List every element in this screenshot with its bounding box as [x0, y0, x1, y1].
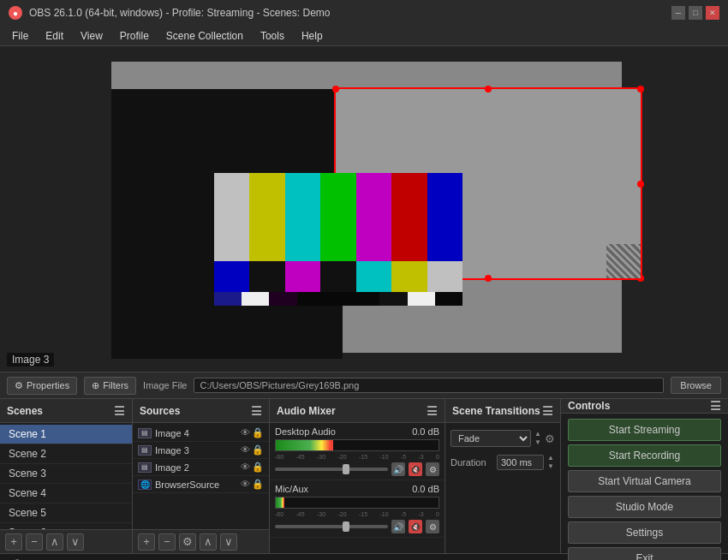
desktop-audio-db: 0.0 dB	[412, 426, 439, 437]
window-title: OBS 26.1.0 (64-bit, windows) - Profile: …	[29, 7, 330, 19]
maximize-button[interactable]: □	[689, 6, 702, 20]
transition-type-row: Fade Cut Swipe Slide Stinger Luma Wipe ▲…	[451, 430, 555, 447]
source-eye-image2[interactable]: 👁	[241, 462, 250, 473]
resize-handle-mr[interactable]	[637, 181, 644, 188]
bar-green	[320, 173, 355, 261]
source-eye-image4[interactable]: 👁	[241, 427, 250, 438]
sources-panel-footer: + − ⚙ ∧ ∨	[133, 529, 269, 553]
source-settings-button[interactable]: ⚙	[179, 533, 196, 551]
source-eye-image3[interactable]: 👁	[241, 444, 250, 456]
start-recording-button[interactable]: Start Recording	[568, 444, 721, 467]
window-controls[interactable]: ─ □ ✕	[671, 6, 719, 20]
source-item-image2[interactable]: ▤ Image 2 👁 🔒	[133, 459, 269, 476]
source-name-image3: Image 3	[155, 445, 237, 456]
scenes-title: Scenes	[7, 405, 43, 417]
desktop-audio-settings[interactable]: ⚙	[426, 462, 439, 476]
mic-mute-red[interactable]: 🔇	[409, 520, 422, 533]
transition-down-arrow[interactable]: ▼	[534, 438, 541, 447]
color-bars-bottom	[214, 261, 462, 292]
source-lock-image4[interactable]: 🔒	[252, 427, 264, 438]
scene-item-5[interactable]: Scene 5	[0, 503, 132, 523]
scene-item-1[interactable]: Scene 1	[0, 425, 132, 444]
bar-bot-1	[214, 261, 249, 292]
source-eye-browser[interactable]: 👁	[241, 479, 250, 490]
menu-scene-collection[interactable]: Scene Collection	[158, 28, 252, 44]
scene-up-button[interactable]: ∧	[46, 533, 63, 551]
bottom-panels: Scenes ☰ Scene 1 Scene 2 Scene 3 Scene 4…	[0, 399, 728, 553]
sources-menu-icon[interactable]: ☰	[251, 404, 262, 418]
source-item-image4[interactable]: ▤ Image 4 👁 🔒	[133, 425, 269, 442]
desktop-mute-button[interactable]: 🔊	[391, 462, 405, 476]
controls-menu-icon[interactable]: ☰	[710, 399, 721, 413]
source-down-button[interactable]: ∨	[220, 533, 237, 551]
filters-button[interactable]: ⊕ Filters	[84, 377, 136, 395]
bar-bot-5	[356, 261, 391, 292]
duration-down-arrow[interactable]: ▼	[547, 462, 554, 471]
desktop-mute-red[interactable]: 🔇	[409, 462, 422, 476]
add-scene-button[interactable]: +	[5, 533, 22, 551]
transition-up-arrow[interactable]: ▲	[534, 430, 541, 438]
desktop-fader-thumb[interactable]	[343, 464, 349, 474]
transition-arrows: ▲ ▼	[534, 430, 541, 446]
resize-handle-br[interactable]	[637, 275, 644, 282]
menu-profile[interactable]: Profile	[111, 28, 158, 44]
transition-type-select[interactable]: Fade Cut Swipe Slide Stinger Luma Wipe	[451, 430, 531, 447]
resize-handle-tr[interactable]	[637, 86, 644, 92]
source-item-image3[interactable]: ▤ Image 3 👁 🔒	[133, 442, 269, 459]
menu-help[interactable]: Help	[293, 28, 331, 44]
menu-edit[interactable]: Edit	[37, 28, 72, 44]
close-button[interactable]: ✕	[706, 6, 719, 20]
app-icon: ●	[9, 6, 22, 20]
scenes-menu-icon[interactable]: ☰	[114, 404, 125, 418]
minimize-button[interactable]: ─	[671, 6, 685, 20]
source-icon-image2: ▤	[138, 462, 152, 473]
start-streaming-button[interactable]: Start Streaming	[568, 419, 721, 441]
scene-item-6[interactable]: Scene 6	[0, 523, 132, 529]
bar-extra-7	[435, 292, 462, 306]
duration-input[interactable]	[497, 455, 544, 470]
source-lock-image3[interactable]: 🔒	[252, 444, 264, 456]
desktop-audio-fader[interactable]	[275, 468, 388, 471]
source-controls-image2: 👁 🔒	[241, 462, 264, 473]
resize-handle-tl[interactable]	[332, 86, 339, 92]
menu-view[interactable]: View	[72, 28, 111, 44]
mic-fader-thumb[interactable]	[343, 521, 349, 532]
source-lock-image2[interactable]: 🔒	[252, 462, 264, 473]
source-name-image2: Image 2	[155, 462, 237, 473]
resize-handle-tm[interactable]	[485, 86, 492, 92]
source-up-button[interactable]: ∧	[200, 533, 217, 551]
audio-menu-icon[interactable]: ☰	[427, 404, 438, 418]
duration-up-arrow[interactable]: ▲	[547, 454, 554, 462]
duration-row: Duration ▲ ▼	[451, 454, 555, 470]
studio-mode-button[interactable]: Studio Mode	[568, 496, 721, 518]
controls-panel: Controls ☰ Start Streaming Start Recordi…	[561, 399, 728, 553]
mic-audio-fader[interactable]	[275, 525, 388, 528]
scene-item-2[interactable]: Scene 2	[0, 444, 132, 464]
menu-file[interactable]: File	[3, 28, 37, 44]
transition-gear-icon[interactable]: ⚙	[545, 432, 555, 445]
audio-channel-mic: Mic/Aux 0.0 dB -60-45-30-20-15-10-5-30 🔊…	[270, 480, 445, 538]
source-item-browser[interactable]: 🌐 BrowserSource 👁 🔒	[133, 476, 269, 493]
properties-label: Properties	[27, 380, 69, 390]
remove-scene-button[interactable]: −	[26, 533, 43, 551]
mic-audio-db: 0.0 dB	[412, 484, 439, 494]
remove-source-button[interactable]: −	[158, 533, 176, 551]
browse-button[interactable]: Browse	[671, 377, 721, 394]
start-virtual-camera-button[interactable]: Start Virtual Camera	[568, 470, 721, 492]
source-icon-image4: ▤	[138, 428, 152, 438]
add-source-button[interactable]: +	[138, 533, 155, 551]
settings-button[interactable]: Settings	[568, 521, 721, 544]
audio-panel: Audio Mixer ☰ Desktop Audio 0.0 dB -60-4…	[270, 399, 445, 553]
scene-item-4[interactable]: Scene 4	[0, 484, 132, 503]
source-lock-browser[interactable]: 🔒	[252, 479, 264, 490]
mic-audio-settings[interactable]: ⚙	[426, 520, 439, 533]
resize-handle-bm[interactable]	[485, 275, 492, 282]
scene-down-button[interactable]: ∨	[67, 533, 84, 551]
scene-item-3[interactable]: Scene 3	[0, 464, 132, 484]
exit-button[interactable]: Exit	[568, 547, 721, 560]
desktop-audio-fader-row: 🔊 🔇 ⚙	[275, 462, 439, 476]
mic-mute-button[interactable]: 🔊	[391, 520, 405, 533]
menu-tools[interactable]: Tools	[252, 28, 293, 44]
properties-button[interactable]: ⚙ Properties	[7, 377, 77, 395]
transitions-menu-icon[interactable]: ☰	[542, 404, 553, 418]
